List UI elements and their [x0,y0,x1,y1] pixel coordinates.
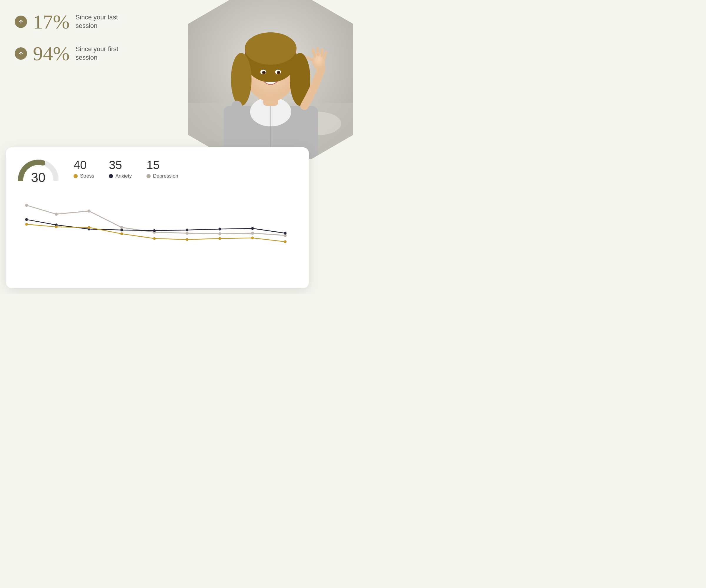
stat-badge-2 [15,47,27,60]
anxiety-label: Anxiety [115,173,132,179]
str-dot-2 [55,225,58,228]
str-dot-4 [120,232,123,235]
dep-dot-1 [25,204,28,207]
str-dot-1 [25,223,28,226]
anx-dot-7 [219,227,221,230]
line-chart-svg [17,196,297,278]
svg-point-17 [278,72,280,73]
str-dot-7 [219,237,221,240]
photo-hexagon [188,0,353,159]
depression-label: Depression [153,173,178,179]
anx-dot-9 [284,232,286,235]
stat-percent-2: 94% [33,44,70,64]
legend-item-depression: 15 Depression [147,159,178,179]
dep-dot-3 [88,209,91,213]
anxiety-value: 35 [109,159,132,171]
dep-dot-7 [218,232,221,236]
anx-dot-8 [251,227,254,230]
chart-card: 30 40 Stress 35 Anxiety [6,147,309,288]
depression-dot-label: Depression [147,173,178,179]
stat-percent-1: 17% [33,12,70,32]
stress-dot [74,174,78,178]
anx-dot-1 [25,218,28,221]
anxiety-line [27,220,285,233]
legend-item-anxiety: 35 Anxiety [109,159,132,179]
str-dot-5 [153,237,156,240]
photo-section [188,0,353,159]
legend-item-stress: 40 Stress [74,159,94,179]
anxiety-dot [109,174,113,178]
arrow-up-icon-2 [18,51,24,56]
svg-line-19 [313,50,315,56]
stat-row-2: 94% Since your first session [15,44,120,64]
legend-items: 40 Stress 35 Anxiety 15 [74,158,178,179]
str-dot-3 [88,226,90,229]
svg-line-21 [322,49,322,56]
stress-dot-label: Stress [74,173,94,179]
stress-value: 40 [74,159,94,171]
str-dot-8 [251,237,254,239]
anxiety-dot-label: Anxiety [109,173,132,179]
depression-dot [147,174,151,178]
gauge-number: 30 [31,171,46,184]
svg-line-22 [324,52,326,58]
depression-value: 15 [147,159,178,171]
anx-dot-4 [120,228,123,232]
main-container: 17% Since your last session 94% Since yo… [0,0,353,294]
stats-section: 17% Since your last session 94% Since yo… [15,12,120,75]
dep-dot-2 [55,213,58,216]
svg-point-9 [231,53,251,106]
stress-label: Stress [80,173,94,179]
stat-badge-1 [15,15,27,28]
str-dot-9 [284,240,286,243]
anx-dot-6 [186,228,189,232]
arrow-up-icon-1 [18,19,24,25]
svg-point-11 [245,32,297,65]
chart-header: 30 40 Stress 35 Anxiety [17,158,297,184]
anx-dot-5 [153,229,156,232]
dep-dot-8 [251,232,254,235]
dep-dot-6 [186,232,189,235]
str-dot-6 [186,238,189,241]
stat-label-1: Since your last session [76,13,120,30]
person-illustration [188,0,353,159]
svg-point-16 [263,72,265,73]
svg-line-20 [318,48,318,55]
stat-label-2: Since your first session [76,45,120,62]
stat-row-1: 17% Since your last session [15,12,120,32]
gauge-container: 30 [17,158,59,184]
